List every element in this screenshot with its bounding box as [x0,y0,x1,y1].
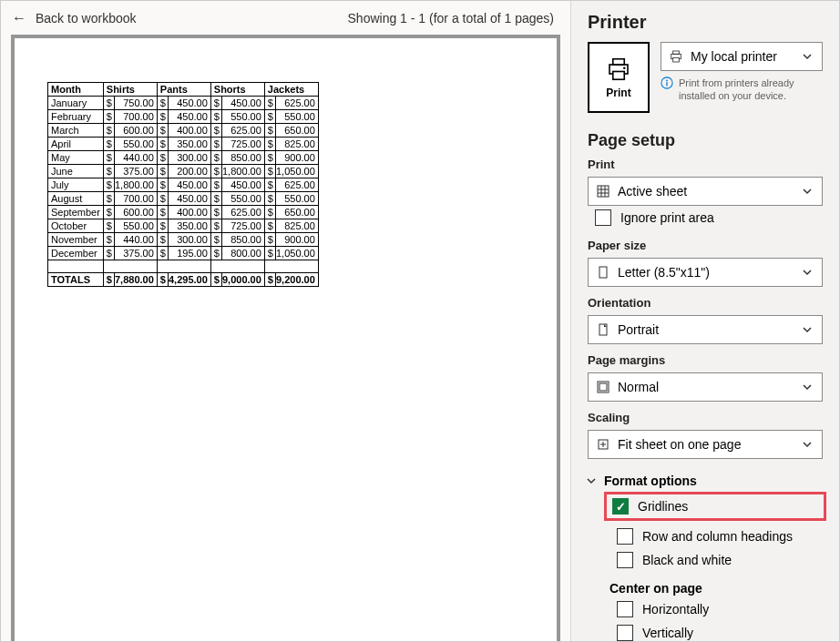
cell-value: 200.00 [168,165,210,178]
cell-month: October [48,219,104,233]
currency-symbol: $ [210,192,221,206]
cell-month: January [48,97,104,110]
table-row: September$600.00$400.00$625.00$650.00 [48,206,319,219]
table-row: May$440.00$300.00$850.00$900.00 [48,151,319,165]
cell-value: 450.00 [168,97,210,110]
printer-icon [603,56,634,83]
col-header-jackets: Jackets [264,83,318,97]
currency-symbol: $ [210,97,221,110]
chevron-down-icon [800,265,814,280]
currency-symbol: $ [264,138,275,151]
currency-symbol: $ [264,151,275,165]
currency-symbol: $ [103,110,114,124]
currency-symbol: $ [210,247,221,260]
cell-value: 900.00 [275,233,318,247]
checkbox-checked-icon [612,498,629,515]
table-row: February$700.00$450.00$550.00$550.00 [48,110,319,124]
printer-select[interactable]: My local printer [661,42,823,71]
svg-rect-4 [673,51,680,54]
cell-value: 750.00 [114,97,157,110]
margins-label: Page margins [588,353,823,367]
currency-symbol: $ [157,138,168,151]
scaling-value: Fit sheet on one page [618,437,741,452]
cell-month: August [48,192,104,206]
back-to-workbook-link[interactable]: ← Back to workbook [12,11,137,25]
svg-rect-2 [613,72,625,80]
printer-select-value: My local printer [691,49,777,64]
chevron-down-icon [800,322,814,337]
svg-rect-10 [598,186,609,197]
print-button[interactable]: Print [588,42,650,113]
currency-symbol: $ [210,124,221,138]
margins-select[interactable]: Normal [588,372,823,402]
print-button-label: Print [606,87,630,99]
cell-totals-label: TOTALS [48,273,104,287]
currency-symbol: $ [264,178,275,192]
cell-value: 625.00 [221,124,264,138]
center-on-page-label: Center on page [571,572,839,597]
scaling-select[interactable]: Fit sheet on one page [588,430,823,459]
svg-rect-18 [599,383,607,391]
row-col-headings-checkbox[interactable]: Row and column headings [610,525,839,548]
format-options-label: Format options [604,474,697,488]
ignore-print-area-checkbox[interactable]: Ignore print area [588,206,823,229]
paper-size-select[interactable]: Letter (8.5"x11") [588,258,823,287]
cell-month: February [48,110,104,124]
cell-value: 350.00 [168,138,210,151]
currency-symbol: $ [264,206,275,219]
currency-symbol: $ [103,273,114,287]
cell-value: 700.00 [114,192,157,206]
page-setup-title: Page setup [571,126,839,156]
currency-symbol: $ [103,233,114,247]
margins-icon [596,380,610,394]
table-row: October$550.00$350.00$725.00$825.00 [48,219,319,233]
chevron-down-icon [800,380,814,394]
currency-symbol: $ [210,151,221,165]
svg-point-8 [666,80,668,82]
currency-symbol: $ [264,192,275,206]
horizontally-checkbox[interactable]: Horizontally [610,597,839,621]
cell-month: June [48,165,104,178]
orientation-select[interactable]: Portrait [588,315,823,344]
cell-value: 550.00 [221,192,264,206]
page-icon [596,265,610,280]
cell-value: 1,800.00 [221,165,264,178]
ignore-print-area-label: Ignore print area [620,210,714,225]
cell-value: 550.00 [275,110,318,124]
currency-symbol: $ [264,110,275,124]
cell-value: 9,200.00 [275,273,318,287]
cell-value: 625.00 [275,178,318,192]
cell-value: 375.00 [114,165,157,178]
currency-symbol: $ [103,97,114,110]
currency-symbol: $ [157,124,168,138]
page-indicator: Showing 1 - 1 (for a total of 1 pages) [348,11,554,25]
paper-size-label: Paper size [588,239,823,252]
vertically-checkbox[interactable]: Vertically [610,621,839,642]
print-field-label: Print [588,158,823,171]
cell-month: April [48,138,104,151]
panel-title: Printer [571,1,839,42]
col-header-shirts: Shirts [103,83,157,97]
print-mode-select[interactable]: Active sheet [588,177,823,206]
currency-symbol: $ [157,192,168,206]
gridlines-checkbox[interactable]: Gridlines [612,496,688,516]
currency-symbol: $ [264,273,275,287]
print-mode-value: Active sheet [618,184,687,199]
black-white-checkbox[interactable]: Black and white [610,548,839,572]
checkbox-icon [617,625,633,641]
svg-rect-9 [666,82,667,86]
cell-value: 825.00 [275,219,318,233]
paper-size-value: Letter (8.5"x11") [618,265,710,280]
checkbox-icon [595,209,611,226]
currency-symbol: $ [157,165,168,178]
svg-rect-15 [599,267,607,278]
cell-value: 300.00 [168,151,210,165]
currency-symbol: $ [264,124,275,138]
checkbox-icon [617,601,633,617]
chevron-down-icon [800,184,814,199]
table-row: March$600.00$400.00$625.00$650.00 [48,124,319,138]
currency-symbol: $ [264,97,275,110]
format-options-toggle[interactable]: Format options [571,466,839,492]
currency-symbol: $ [103,206,114,219]
preview-table: Month Shirts Pants Shorts Jackets Januar… [47,82,319,287]
